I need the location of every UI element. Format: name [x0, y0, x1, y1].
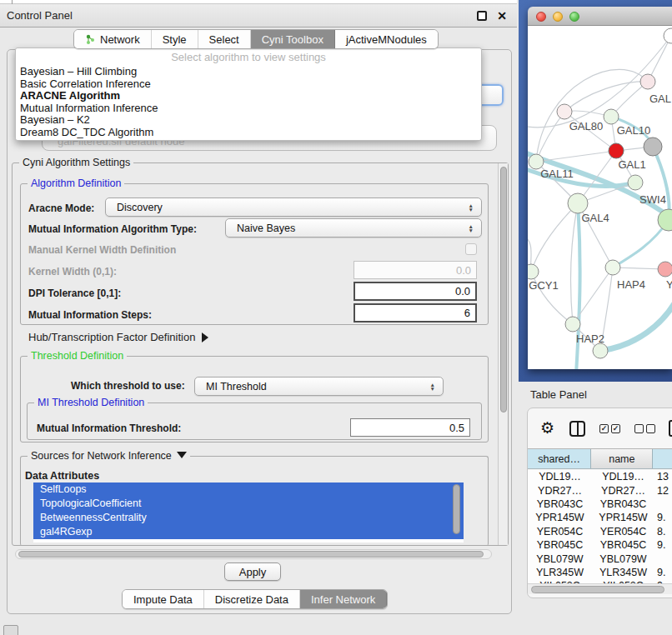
attribute-item[interactable]: BetweennessCentrality: [33, 511, 464, 525]
minimized-panel-icon[interactable]: [3, 625, 18, 635]
table-row[interactable]: YDL19…YDL19…13: [528, 470, 672, 483]
manual-kernel-checkbox[interactable]: [465, 243, 477, 255]
settings-horizontal-scrollbar[interactable]: [15, 549, 492, 559]
dropdown-item[interactable]: Basic Correlation Inference: [20, 78, 479, 91]
select-all-icon[interactable]: ✓✓: [599, 424, 620, 433]
node-gal80[interactable]: [557, 104, 572, 119]
dropdown-item[interactable]: Mutual Information Inference: [20, 102, 479, 115]
table-row[interactable]: YBR045CYBR045C9.: [528, 538, 672, 552]
deselect-all-icon[interactable]: [634, 424, 655, 433]
node-gal1-red[interactable]: [609, 143, 624, 158]
table-row[interactable]: YBL079WYBL079W: [528, 552, 672, 565]
algorithm-dropdown-popup: Select algorithm to view settings Bayesi…: [15, 48, 482, 141]
table-row[interactable]: YLR345WYLR345W9.: [528, 566, 672, 579]
control-panel-header: Control Panel ✕: [0, 4, 517, 28]
node-hap4[interactable]: [605, 260, 620, 275]
hub-definition-expander[interactable]: Hub/Transcription Factor Definition: [28, 331, 208, 343]
apply-button[interactable]: Apply: [224, 562, 281, 581]
node-gal10[interactable]: [604, 109, 619, 124]
sources-title[interactable]: Sources for Network Inference: [28, 450, 190, 462]
zoom-window-icon[interactable]: [569, 12, 579, 22]
attribute-item[interactable]: gal4RGexp: [33, 525, 464, 539]
tab-select[interactable]: Select: [198, 30, 251, 48]
tab-impute-data[interactable]: Impute Data: [123, 590, 204, 608]
dpi-tolerance-label: DPI Tolerance [0,1]:: [28, 288, 121, 299]
mi-type-label: Mutual Information Algorithm Type:: [28, 223, 197, 235]
network-view-window: GAL GAL80 GAL10 GAL1 GAL11 SWI4 GAL4 GCY…: [528, 7, 672, 369]
table-horizontal-scrollbar[interactable]: [528, 583, 672, 594]
mi-threshold-field[interactable]: [350, 418, 470, 437]
gear-icon[interactable]: ⚙: [540, 420, 554, 437]
table-row[interactable]: YBR043CYBR043C: [528, 498, 672, 511]
control-panel-title: Control Panel: [0, 9, 73, 22]
network-canvas[interactable]: GAL GAL80 GAL10 GAL1 GAL11 SWI4 GAL4 GCY…: [528, 26, 672, 369]
tab-infer-network[interactable]: Infer Network: [300, 590, 387, 608]
kernel-width-field[interactable]: [354, 261, 477, 279]
node-label: GAL4: [581, 212, 609, 224]
tab-discretize-data[interactable]: Discretize Data: [204, 590, 300, 608]
table-row[interactable]: YER054CYER054C8.: [528, 525, 672, 538]
node-gcy1[interactable]: [528, 264, 539, 279]
node-swi4[interactable]: [628, 175, 643, 190]
column-header-shared-name[interactable]: shared…: [528, 449, 591, 468]
kernel-width-label: Kernel Width (0,1):: [28, 266, 117, 278]
mi-threshold-label: Mutual Information Threshold:: [37, 422, 181, 434]
node-label: HAP4: [617, 278, 645, 291]
dpi-tolerance-field[interactable]: [354, 282, 477, 301]
tab-jactivemnodules[interactable]: jActiveMNodules: [335, 30, 438, 48]
minimize-window-icon[interactable]: [553, 12, 563, 22]
close-window-icon[interactable]: [536, 12, 546, 22]
column-header-partial[interactable]: [653, 449, 672, 468]
node-label: Y: [666, 278, 672, 291]
node-gray[interactable]: [644, 138, 662, 156]
table-panel-card: ⚙ ✓✓ shared… name YDL19…YDL19…13 YDR27…Y…: [527, 408, 672, 598]
tab-network[interactable]: Network: [74, 30, 152, 48]
table-row[interactable]: YPR145WYPR145W9.: [528, 511, 672, 524]
table-row[interactable]: YDR27…YDR27…12: [528, 483, 672, 497]
dropdown-prompt: Select algorithm to view settings: [16, 51, 481, 63]
node-hap2[interactable]: [565, 317, 580, 332]
data-attributes-label: Data Attributes: [25, 470, 99, 482]
attribute-item[interactable]: TopologicalCoefficient: [33, 497, 464, 511]
control-panel-tabbar: Network Style Select Cyni Toolbox jActiv…: [73, 29, 439, 49]
table-toolbar: ⚙ ✓✓: [528, 408, 672, 448]
tab-style[interactable]: Style: [152, 30, 198, 48]
node-gal-tr[interactable]: [640, 74, 655, 89]
node-label: GAL11: [540, 168, 574, 180]
node-label: HAP2: [576, 332, 604, 345]
node-gal4[interactable]: [568, 193, 588, 213]
dropdown-item[interactable]: Bayesian – K2: [20, 114, 479, 127]
aracne-mode-combobox[interactable]: Discovery ▲▼: [105, 198, 482, 217]
mi-type-combobox[interactable]: Naive Bayes ▲▼: [225, 218, 482, 238]
which-threshold-combobox[interactable]: MI Threshold ▲▼: [194, 377, 444, 396]
table-panel-title: Table Panel: [530, 388, 587, 401]
network-window-titlebar[interactable]: [528, 7, 672, 26]
dropdown-item[interactable]: Dream8 DC_TDC Algorithm: [20, 127, 479, 139]
mi-steps-label: Mutual Information Steps:: [28, 309, 152, 321]
node-pink[interactable]: [658, 262, 672, 277]
dropdown-item[interactable]: Bayesian – Hill Climbing: [20, 66, 479, 78]
table-rows: YDL19…YDL19…13 YDR27…YDR27…12 YBR043CYBR…: [528, 470, 672, 583]
mi-steps-field[interactable]: [354, 303, 477, 322]
float-panel-icon[interactable]: [477, 11, 487, 21]
function-builder-icon[interactable]: [669, 420, 672, 437]
data-attributes-list: SelfLoops TopologicalCoefficient Between…: [33, 482, 464, 542]
node-label: GAL10: [617, 124, 650, 137]
split-columns-icon[interactable]: [569, 421, 585, 437]
tab-cyni-toolbox[interactable]: Cyni Toolbox: [251, 30, 335, 48]
aracne-mode-label: Aracne Mode:: [28, 202, 94, 214]
mi-threshold-title: MI Threshold Definition: [34, 397, 148, 408]
column-header-name[interactable]: name: [591, 449, 653, 468]
node-top-partial[interactable]: [664, 28, 672, 43]
table-panel-area: Table Panel ⚙ ✓✓ shared… name YDL19…YDL1…: [519, 382, 672, 635]
close-panel-icon[interactable]: ✕: [497, 9, 507, 22]
settings-vertical-scrollbar[interactable]: [498, 163, 508, 545]
node-label: SWI4: [639, 193, 666, 206]
bottom-tabbar: Impute Data Discretize Data Infer Networ…: [122, 589, 388, 609]
network-icon: [85, 34, 96, 45]
which-threshold-label: Which threshold to use:: [71, 380, 185, 392]
attributes-scrollbar[interactable]: [453, 484, 460, 534]
attribute-item[interactable]: SelfLoops: [33, 482, 464, 497]
node-bot-green[interactable]: [593, 343, 608, 358]
dropdown-item-selected[interactable]: ARACNE Algorithm: [20, 90, 479, 102]
